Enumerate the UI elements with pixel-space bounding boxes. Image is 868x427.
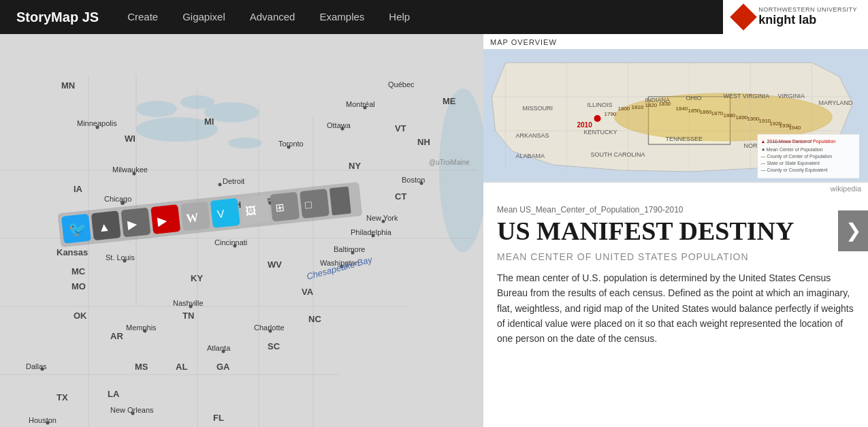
svg-text:— County of Center of Populati: — County of Center of Population <box>761 154 833 159</box>
svg-rect-102 <box>210 198 240 228</box>
svg-text:Ottawa: Ottawa <box>327 121 351 129</box>
story-subtitle: MEAN CENTER OF UNITED STATES POPULATION <box>497 251 854 262</box>
svg-text:GA: GA <box>216 362 230 372</box>
svg-point-2 <box>136 101 177 117</box>
svg-text:ALABAMA: ALABAMA <box>516 153 545 159</box>
svg-text:MARYLAND: MARYLAND <box>819 99 853 106</box>
svg-text:St. Louis: St. Louis <box>106 253 135 262</box>
knightlab-logo[interactable]: NORTHWESTERN UNIVERSITY knight lab <box>723 0 868 34</box>
svg-text:Nashville: Nashville <box>173 299 204 307</box>
svg-text:CT: CT <box>395 191 406 202</box>
svg-text:MISSOURI: MISSOURI <box>523 105 553 112</box>
svg-text:INDIANA: INDIANA <box>645 97 671 104</box>
svg-text:1860: 1860 <box>700 109 712 115</box>
wikipedia-credit: wikipedia <box>483 183 868 194</box>
nav-links: Create Gigapixel Advanced Examples Help <box>115 0 422 34</box>
svg-text:▶: ▶ <box>127 217 138 231</box>
lab-label: knight lab <box>758 14 857 27</box>
svg-text:New Orleans: New Orleans <box>110 406 154 414</box>
svg-text:AL: AL <box>176 362 187 372</box>
svg-text:Philadelphia: Philadelphia <box>351 228 392 236</box>
svg-text:WI: WI <box>125 133 135 144</box>
svg-text:1900: 1900 <box>748 116 760 122</box>
svg-text:MO: MO <box>71 281 86 291</box>
svg-text:Minneapolis: Minneapolis <box>77 119 117 127</box>
svg-text:KY: KY <box>191 273 203 283</box>
svg-point-141 <box>594 115 601 122</box>
svg-text:New York: New York <box>366 214 398 222</box>
svg-text:VA: VA <box>302 287 314 297</box>
svg-point-6 <box>228 138 262 148</box>
svg-text:Cincinnati: Cincinnati <box>214 238 247 247</box>
svg-text:★ Mean Center of Population: ★ Mean Center of Population <box>761 147 823 153</box>
story-content: Mean US_Mean_Center_of_Population_1790-2… <box>483 194 868 427</box>
nav-examples[interactable]: Examples <box>307 0 376 34</box>
svg-text:1800: 1800 <box>618 106 630 112</box>
svg-text:Chicago: Chicago <box>104 195 131 203</box>
svg-text:Houston: Houston <box>29 416 57 424</box>
svg-text:SOUTH CAROLINA: SOUTH CAROLINA <box>591 151 645 158</box>
svg-point-52 <box>219 183 222 187</box>
next-chevron-icon: ❯ <box>846 219 861 242</box>
svg-text:1790: 1790 <box>605 111 617 117</box>
svg-text:ILLINOIS: ILLINOIS <box>588 101 613 108</box>
svg-text:Charlotte: Charlotte <box>254 323 285 332</box>
svg-text:W: W <box>185 210 199 225</box>
svg-text:VT: VT <box>395 123 406 133</box>
svg-text:ME: ME <box>443 96 456 106</box>
svg-text:1940: 1940 <box>789 125 801 131</box>
svg-text:OHIO: OHIO <box>686 95 702 101</box>
svg-text:Detroit: Detroit <box>223 177 244 185</box>
svg-text:MC: MC <box>71 266 86 276</box>
svg-text:KENTUCKY: KENTUCKY <box>584 129 617 136</box>
svg-text:LA: LA <box>108 389 120 399</box>
svg-text:Atlanta: Atlanta <box>207 344 231 352</box>
source-text: Mean US_Mean_Center_of_Population_1790-2… <box>497 201 854 217</box>
svg-text:Baltimore: Baltimore <box>334 245 365 253</box>
svg-text:1890: 1890 <box>736 114 748 121</box>
story-title: US MANIFEST DESTINY <box>497 217 854 246</box>
knightlab-text: NORTHWESTERN UNIVERSITY knight lab <box>758 7 857 27</box>
svg-text:⊞: ⊞ <box>275 202 285 214</box>
svg-text:— State or State Equivalent: — State or State Equivalent <box>761 161 820 166</box>
svg-text:🖼: 🖼 <box>245 204 257 217</box>
nav-advanced[interactable]: Advanced <box>238 0 308 34</box>
nav-gigapixel[interactable]: Gigapixel <box>170 0 238 34</box>
svg-text:VIRGINIA: VIRGINIA <box>778 93 805 99</box>
next-arrow-button[interactable]: ❯ <box>838 210 868 251</box>
nav-create[interactable]: Create <box>115 0 170 34</box>
map-svg: MN WI MI IA IL IN OH PA NY CT VT NH ME O… <box>0 34 483 427</box>
overview-label: MAP OVERVIEW <box>483 34 868 49</box>
map-overview: MAP OVERVIEW <box>483 34 868 183</box>
svg-text:@uTroiMaine: @uTroiMaine <box>429 159 470 166</box>
svg-text:▲: ▲ <box>97 220 111 235</box>
svg-text:Located near Plato, MO: Located near Plato, MO <box>768 140 811 144</box>
overview-svg: 1790 1800 1810 1820 1830 1840 1850 1860 … <box>483 49 868 182</box>
navbar: StoryMap JS Create Gigapixel Advanced Ex… <box>0 0 868 34</box>
svg-text:🐦: 🐦 <box>67 219 89 239</box>
svg-text:V: V <box>216 208 225 220</box>
svg-text:Dallas: Dallas <box>26 362 47 370</box>
svg-text:1840: 1840 <box>676 106 688 112</box>
svg-text:IA: IA <box>74 184 83 194</box>
svg-text:NY: NY <box>349 161 361 171</box>
story-panel: MAP OVERVIEW <box>483 34 868 427</box>
brand-logo[interactable]: StoryMap JS <box>0 10 115 25</box>
svg-rect-106 <box>270 192 300 222</box>
nav-help[interactable]: Help <box>376 0 422 34</box>
svg-text:Québec: Québec <box>388 80 415 89</box>
svg-text:NC: NC <box>308 314 321 324</box>
svg-text:FL: FL <box>213 413 224 423</box>
svg-text:1850: 1850 <box>688 108 701 114</box>
knightlab-diamond <box>730 3 757 31</box>
svg-text:TX: TX <box>57 392 68 402</box>
svg-text:Milwaukee: Milwaukee <box>112 165 148 174</box>
svg-text:NH: NH <box>417 137 430 147</box>
svg-text:Toronto: Toronto <box>278 140 304 148</box>
overview-map-container: 1790 1800 1810 1820 1830 1840 1850 1860 … <box>483 49 868 182</box>
svg-text:Montréal: Montréal <box>346 100 375 108</box>
svg-text:Kansas: Kansas <box>57 247 88 257</box>
svg-text:WV: WV <box>268 259 282 270</box>
svg-text:ARKANSAS: ARKANSAS <box>516 132 549 139</box>
svg-text:OK: OK <box>74 311 87 321</box>
